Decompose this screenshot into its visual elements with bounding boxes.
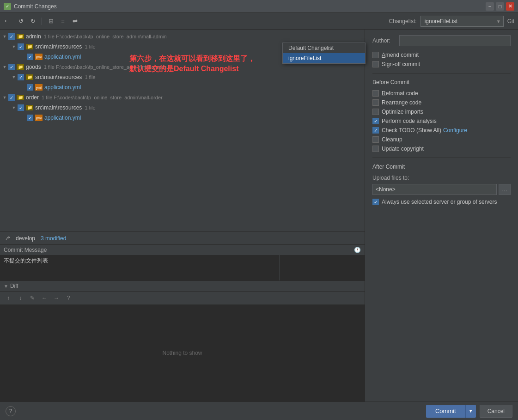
amend-commit-checkbox[interactable]: [372, 52, 379, 58]
cleanup-row: Cleanup: [372, 136, 511, 143]
window-controls: − □ ✕: [486, 2, 514, 11]
window-title: Commit Changes: [14, 3, 486, 10]
configure-link[interactable]: Configure: [443, 127, 467, 134]
checkbox-admin[interactable]: ✓: [8, 33, 15, 40]
reformat-code-checkbox[interactable]: [372, 90, 379, 97]
rearrange-code-checkbox[interactable]: [372, 99, 379, 106]
optimize-imports-label: Optimize imports: [382, 109, 423, 115]
check-todo-label: Check TODO (Show All): [382, 127, 441, 134]
signoff-commit-row: Sign-off commit: [372, 61, 511, 67]
action-bar: ? Commit ▼ Cancel: [0, 402, 518, 420]
folder-icon-admin-src: 📁: [26, 44, 33, 49]
tree-label-order-yml: application.yml: [44, 115, 81, 121]
cleanup-label: Cleanup: [382, 136, 402, 143]
checkbox-order-yml[interactable]: ✓: [27, 115, 33, 121]
tree-row-order[interactable]: ▼ ✓ 📁 order 1 file F:\codes\back\fp_onli…: [0, 92, 365, 103]
upload-more-button[interactable]: …: [499, 184, 511, 195]
tree-label-order-src: src\main\resources: [35, 104, 82, 111]
update-copyright-checkbox[interactable]: [372, 146, 379, 152]
dropdown-item-ignorefile[interactable]: ignoreFileList: [283, 53, 365, 63]
commit-msg-body: 不提交的文件列表: [0, 255, 365, 280]
commit-button[interactable]: Commit: [426, 405, 465, 418]
checkbox-goods-yml[interactable]: ✓: [27, 84, 33, 91]
file-icon-order-yml: yml: [35, 115, 43, 121]
diff-toolbar: ↑ ↓ ✎ ← → ?: [0, 291, 365, 304]
cancel-button[interactable]: Cancel: [480, 405, 512, 418]
amend-commit-label: Amend commit: [382, 52, 419, 58]
update-copyright-label: Update copyright: [382, 146, 424, 152]
cleanup-checkbox[interactable]: [372, 136, 379, 143]
commit-msg-side: [279, 255, 365, 280]
diff-empty-text: Nothing to show: [162, 350, 202, 356]
folder-icon-goods: 📁: [17, 64, 24, 70]
section-divider-2: [372, 158, 511, 158]
signoff-commit-checkbox[interactable]: [372, 61, 379, 67]
toolbar-right: Changelist: Default Changelist ignoreFil…: [389, 16, 514, 27]
dropdown-item-default[interactable]: Default Changelist: [283, 43, 365, 53]
tree-arrow-admin-src: ▼: [11, 44, 17, 49]
status-bar: ⎇ develop 3 modified: [0, 231, 365, 244]
tree-meta-admin-src: 1 file: [85, 44, 95, 49]
file-icon-admin-yml: yml: [35, 54, 43, 60]
tree-row-order-src[interactable]: ▼ ✓ 📁 src\main\resources 1 file: [0, 103, 365, 113]
toolbar-separator: [42, 18, 42, 25]
perform-analysis-checkbox[interactable]: ✓: [372, 118, 379, 124]
commit-arrow-button[interactable]: ▼: [465, 405, 476, 418]
help-button[interactable]: ?: [6, 406, 16, 416]
tree-arrow-order-src: ▼: [11, 105, 17, 110]
close-button[interactable]: ✕: [506, 2, 514, 11]
tree-row-admin[interactable]: ▼ ✓ 📁 admin 1 file F:\codes\back\fp_onli…: [0, 31, 365, 42]
changelist-label: Changelist:: [389, 18, 417, 24]
tree-arrow-admin: ▼: [2, 34, 7, 39]
tree-row-goods-src[interactable]: ▼ ✓ 📁 src\main\resources 1 file: [0, 72, 365, 82]
always-use-checkbox[interactable]: ✓: [372, 199, 379, 205]
optimize-imports-checkbox[interactable]: [372, 109, 379, 115]
reformat-code-row: Reformat code: [372, 90, 511, 97]
diff-header[interactable]: ▼ Diff: [0, 281, 365, 291]
expand-button[interactable]: ⇌: [70, 16, 80, 26]
tree-meta-admin: 1 file F:\codes\back\fp_online_store_adm…: [44, 34, 167, 39]
main-toolbar: ⟵ ↺ ↻ ⊞ ≡ ⇌ Changelist: Default Changeli…: [0, 13, 518, 30]
diff-down-button[interactable]: ↓: [16, 293, 25, 303]
author-row: Author:: [372, 35, 511, 46]
diff-collapse-icon: ▼: [4, 284, 8, 289]
group-button[interactable]: ⊞: [46, 16, 56, 26]
maximize-button[interactable]: □: [496, 2, 504, 11]
minimize-button[interactable]: −: [486, 2, 494, 11]
commit-message-header: Commit Message 🕐: [0, 245, 365, 255]
folder-icon-order-src: 📁: [26, 105, 33, 110]
checkbox-goods-src[interactable]: ✓: [18, 74, 24, 80]
checkbox-order[interactable]: ✓: [8, 94, 15, 101]
checkbox-admin-yml[interactable]: ✓: [27, 54, 33, 60]
check-todo-checkbox[interactable]: ✓: [372, 127, 379, 134]
checkbox-admin-src[interactable]: ✓: [18, 43, 24, 50]
changelist-container: Default Changelist ignoreFileList ▼: [420, 16, 504, 27]
diff-up-button[interactable]: ↑: [4, 293, 13, 303]
diff-prev-button[interactable]: ←: [40, 293, 49, 303]
refresh-back-button[interactable]: ⟵: [4, 16, 14, 26]
modified-badge[interactable]: 3 modified: [41, 235, 66, 242]
diff-next-button[interactable]: →: [52, 293, 61, 303]
diff-edit-button[interactable]: ✎: [28, 293, 37, 303]
branch-name: develop: [16, 235, 35, 242]
diff-help-button[interactable]: ?: [64, 293, 73, 303]
tree-row-order-yml[interactable]: ▼ ✓ yml application.yml: [0, 113, 365, 123]
upload-files-label: Upload files to:: [372, 175, 511, 181]
author-input[interactable]: [399, 35, 511, 46]
checkbox-goods[interactable]: ✓: [8, 64, 15, 70]
section-divider-1: [372, 73, 511, 73]
tree-arrow-goods: ▼: [2, 64, 7, 70]
diff-content: Nothing to show: [0, 304, 365, 402]
undo-button[interactable]: ↺: [16, 16, 26, 26]
tree-row-goods-yml[interactable]: ▼ ✓ yml application.yml: [0, 82, 365, 92]
commit-message-input[interactable]: 不提交的文件列表: [0, 255, 279, 280]
collapse-button[interactable]: ≡: [58, 16, 68, 26]
changelist-select[interactable]: Default Changelist ignoreFileList: [420, 16, 504, 27]
checkbox-order-src[interactable]: ✓: [18, 104, 24, 111]
tree-label-goods-yml: application.yml: [44, 84, 81, 91]
upload-select[interactable]: <None>: [372, 184, 497, 195]
redo-button[interactable]: ↻: [28, 16, 38, 26]
author-label: Author:: [372, 37, 396, 44]
history-icon[interactable]: 🕐: [354, 247, 361, 253]
folder-icon-admin: 📁: [17, 34, 24, 39]
